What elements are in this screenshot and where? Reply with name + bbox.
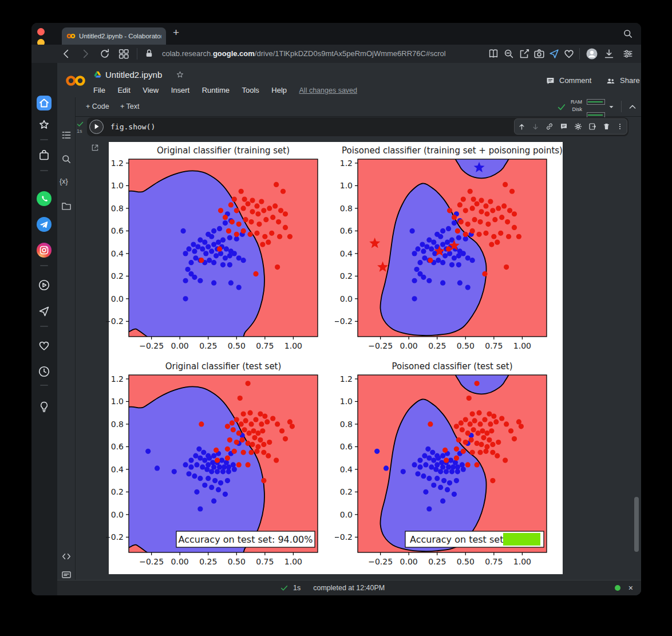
- mirror-cell-icon[interactable]: [588, 122, 597, 131]
- cell-code[interactable]: fig.show(): [110, 123, 155, 131]
- dismiss-status-button[interactable]: ×: [628, 583, 633, 592]
- svg-text:Original classifier (training: Original classifier (training set): [157, 145, 290, 156]
- svg-text:1.2: 1.2: [340, 159, 353, 168]
- reader-icon[interactable]: [487, 48, 500, 60]
- output-expand-icon[interactable]: [90, 143, 100, 152]
- run-cell-button[interactable]: [89, 120, 104, 134]
- menu-view[interactable]: View: [143, 86, 159, 94]
- delete-cell-trash-icon[interactable]: [602, 122, 611, 131]
- svg-text:0.4: 0.4: [340, 465, 353, 474]
- send-icon[interactable]: [548, 48, 560, 60]
- collapse-header-icon[interactable]: [628, 102, 637, 112]
- play-circle-icon[interactable]: [37, 278, 51, 292]
- favorites-star-icon[interactable]: [37, 118, 51, 132]
- svg-text:0.50: 0.50: [228, 341, 246, 350]
- svg-text:−0.25: −0.25: [368, 557, 393, 566]
- svg-text:0.0: 0.0: [111, 294, 124, 303]
- figure-output: −0.250.000.250.500.751.00−0.20.00.20.40.…: [109, 142, 563, 574]
- resources-dropdown-icon[interactable]: [607, 103, 615, 111]
- instagram-icon[interactable]: [37, 243, 52, 258]
- browser-tab[interactable]: Untitled2.ipynb - Colaboratory: [62, 27, 166, 45]
- svg-text:1.00: 1.00: [513, 557, 531, 566]
- screenshot-icon[interactable]: [533, 48, 545, 60]
- table-of-contents-icon[interactable]: [61, 129, 72, 141]
- sidebar-divider: [40, 265, 48, 266]
- svg-text:0.25: 0.25: [428, 557, 446, 566]
- svg-text:0.8: 0.8: [111, 204, 124, 213]
- new-tab-button[interactable]: +: [173, 26, 179, 39]
- sidebar-divider: [40, 139, 48, 140]
- lock-icon: [144, 48, 155, 59]
- add-text-button[interactable]: + Text: [120, 102, 139, 110]
- back-icon[interactable]: [60, 48, 73, 60]
- comment-button[interactable]: Comment: [559, 76, 591, 85]
- tab-overview-icon[interactable]: [117, 48, 130, 60]
- svg-text:0.4: 0.4: [111, 249, 124, 258]
- add-code-button[interactable]: + Code: [86, 102, 109, 110]
- svg-text:0.2: 0.2: [111, 271, 124, 281]
- subplot-poisoned-training: −0.250.000.250.500.751.00−0.20.00.20.40.…: [335, 144, 564, 360]
- url-bar[interactable]: colab.research.google.com/drive/1TlKpkDZ…: [162, 49, 446, 58]
- notebook-scrollbar[interactable]: [634, 497, 639, 552]
- comment-icon[interactable]: [545, 76, 556, 86]
- heart-icon[interactable]: [37, 339, 51, 353]
- star-notebook-icon[interactable]: [175, 70, 185, 80]
- tab-search-icon[interactable]: [622, 28, 634, 39]
- play-icon: [90, 120, 102, 133]
- link-cell-icon[interactable]: [545, 122, 554, 131]
- connected-check-icon: [557, 102, 566, 112]
- settings-sliders-icon[interactable]: [622, 48, 634, 60]
- share-edit-icon[interactable]: [518, 48, 531, 60]
- share-button[interactable]: Share: [620, 76, 640, 85]
- profile-avatar[interactable]: [585, 47, 599, 61]
- svg-text:0.25: 0.25: [199, 341, 217, 350]
- cell-settings-gear-icon[interactable]: [574, 122, 583, 131]
- svg-text:0.4: 0.4: [111, 465, 124, 474]
- menu-tools[interactable]: Tools: [242, 86, 259, 94]
- find-replace-icon[interactable]: [61, 153, 72, 165]
- menu-bar: File Edit View Insert Runtime Tools Help…: [93, 85, 357, 95]
- svg-text:0.6: 0.6: [111, 442, 124, 451]
- window-close-button[interactable]: [37, 28, 45, 35]
- lightbulb-icon[interactable]: [37, 400, 51, 413]
- menu-edit[interactable]: Edit: [117, 86, 130, 94]
- move-cell-down-icon[interactable]: [531, 123, 540, 131]
- paper-plane-icon[interactable]: [37, 305, 51, 318]
- svg-text:0.0: 0.0: [111, 510, 124, 519]
- reload-icon[interactable]: [98, 48, 111, 60]
- svg-text:Original classifier (test set): Original classifier (test set): [165, 361, 282, 372]
- svg-text:0.00: 0.00: [171, 557, 189, 566]
- save-status: All changes saved: [299, 86, 357, 94]
- svg-text:0.25: 0.25: [428, 341, 446, 350]
- forward-icon[interactable]: [79, 48, 92, 60]
- cell-exec-time: 1s: [77, 128, 82, 134]
- history-clock-icon[interactable]: [37, 365, 51, 378]
- svg-text:0.25: 0.25: [199, 557, 217, 566]
- favorites-heart-icon[interactable]: [563, 48, 575, 60]
- home-button[interactable]: [37, 96, 52, 110]
- svg-text:1.2: 1.2: [111, 159, 124, 168]
- add-comment-icon[interactable]: [559, 122, 568, 131]
- svg-text:1.00: 1.00: [284, 341, 302, 350]
- move-cell-up-icon[interactable]: [517, 123, 526, 131]
- ram-meter[interactable]: [587, 99, 605, 105]
- whatsapp-icon[interactable]: [37, 191, 52, 206]
- command-palette-icon[interactable]: [61, 569, 72, 580]
- shopping-bag-icon[interactable]: [37, 148, 51, 162]
- download-icon[interactable]: [603, 48, 615, 60]
- menu-file[interactable]: File: [93, 86, 105, 94]
- menu-help[interactable]: Help: [271, 86, 287, 94]
- files-folder-icon[interactable]: [61, 200, 72, 212]
- zoom-out-icon[interactable]: [503, 48, 515, 60]
- svg-text:0.75: 0.75: [485, 557, 503, 566]
- share-people-icon[interactable]: [605, 76, 616, 86]
- telegram-icon[interactable]: [37, 217, 52, 232]
- variables-icon[interactable]: {x}: [60, 177, 68, 185]
- more-cell-actions-icon[interactable]: [616, 122, 624, 131]
- code-snippets-icon[interactable]: [61, 551, 72, 562]
- menu-insert[interactable]: Insert: [171, 86, 190, 94]
- notebook-title[interactable]: Untitled2.ipynb: [105, 70, 162, 80]
- menu-runtime[interactable]: Runtime: [202, 86, 230, 94]
- cell-ran-check-icon: [77, 121, 84, 127]
- svg-text:Poisoned classifier (test set): Poisoned classifier (test set): [392, 361, 512, 372]
